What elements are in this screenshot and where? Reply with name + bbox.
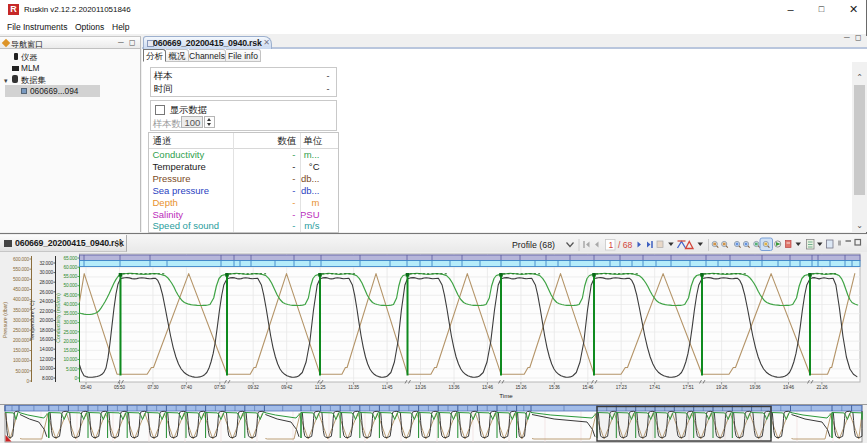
- svg-text:28.000: 28.000: [40, 280, 54, 285]
- svg-text:15:46: 15:46: [582, 385, 594, 390]
- svg-text:20.000: 20.000: [40, 318, 54, 323]
- svg-text:250.000: 250.000: [13, 328, 29, 333]
- svg-text:50.000: 50.000: [64, 283, 78, 288]
- svg-text:10.000: 10.000: [40, 366, 54, 371]
- svg-text:Pressure (dbar): Pressure (dbar): [2, 302, 8, 338]
- svg-text:24.000: 24.000: [40, 299, 54, 304]
- svg-text:150.000: 150.000: [13, 348, 29, 353]
- svg-text:11:35: 11:35: [348, 385, 359, 390]
- svg-text:55.000: 55.000: [64, 274, 78, 279]
- svg-text:15:36: 15:36: [549, 385, 561, 390]
- svg-text:05:50: 05:50: [114, 385, 126, 390]
- svg-text:550.000: 550.000: [13, 267, 29, 272]
- svg-text:18.000: 18.000: [40, 328, 54, 333]
- svg-text:Conductivity (mS/cm): Conductivity (mS/cm): [55, 293, 61, 343]
- svg-text:07:30: 07:30: [147, 385, 159, 390]
- svg-text:19:46: 19:46: [783, 385, 795, 390]
- svg-text:350.000: 350.000: [13, 308, 29, 313]
- svg-text:Time: Time: [499, 392, 513, 399]
- svg-text:13:46: 13:46: [482, 385, 494, 390]
- svg-text:8.000: 8.000: [42, 376, 54, 381]
- svg-text:65.000: 65.000: [64, 256, 78, 261]
- svg-text:17:51: 17:51: [683, 385, 695, 390]
- svg-text:17:23: 17:23: [616, 385, 628, 390]
- svg-text:13:36: 13:36: [449, 385, 461, 390]
- svg-text:15.000: 15.000: [64, 348, 78, 353]
- svg-text:14.000: 14.000: [40, 347, 54, 352]
- svg-text:19:36: 19:36: [750, 385, 762, 390]
- svg-text:11:25: 11:25: [315, 385, 326, 390]
- svg-text:25.000: 25.000: [64, 330, 78, 335]
- svg-text:09:32: 09:32: [248, 385, 260, 390]
- svg-text:100.000: 100.000: [13, 358, 29, 363]
- svg-text:32.000: 32.000: [40, 261, 54, 266]
- svg-text:22.000: 22.000: [40, 309, 54, 314]
- svg-text:17:41: 17:41: [649, 385, 661, 390]
- svg-text:15:26: 15:26: [515, 385, 527, 390]
- svg-text:13:26: 13:26: [415, 385, 427, 390]
- svg-text:450.000: 450.000: [13, 287, 29, 292]
- svg-text:40.000: 40.000: [64, 302, 78, 307]
- svg-text:26.000: 26.000: [40, 290, 54, 295]
- svg-text:45.000: 45.000: [64, 293, 78, 298]
- svg-text:5.000: 5.000: [66, 367, 78, 372]
- svg-text:35.000: 35.000: [64, 311, 78, 316]
- svg-text:11:45: 11:45: [382, 385, 393, 390]
- svg-text:600.000: 600.000: [13, 257, 29, 262]
- svg-text:30.000: 30.000: [64, 320, 78, 325]
- svg-text:05:40: 05:40: [81, 385, 93, 390]
- svg-text:07:50: 07:50: [214, 385, 226, 390]
- svg-text:Profile (68): Profile (68): [512, 240, 555, 250]
- svg-text:20.000: 20.000: [64, 339, 78, 344]
- svg-text:300.000: 300.000: [13, 318, 29, 323]
- svg-text:21:26: 21:26: [816, 385, 828, 390]
- svg-text:Temperature (°C): Temperature (°C): [29, 300, 35, 340]
- svg-text:/ 68: / 68: [618, 240, 633, 250]
- svg-text:07:40: 07:40: [181, 385, 193, 390]
- svg-text:16.000: 16.000: [40, 337, 54, 342]
- svg-text:30.000: 30.000: [40, 270, 54, 275]
- svg-text:400.000: 400.000: [13, 297, 29, 302]
- svg-text:1: 1: [609, 240, 614, 250]
- svg-text:19:26: 19:26: [716, 385, 728, 390]
- svg-text:10.000: 10.000: [64, 357, 78, 362]
- svg-text:200.000: 200.000: [13, 338, 29, 343]
- svg-text:09:42: 09:42: [281, 385, 293, 390]
- svg-text:50.000: 50.000: [16, 369, 30, 374]
- svg-text:500.000: 500.000: [13, 277, 29, 282]
- svg-text:12.000: 12.000: [40, 357, 54, 362]
- svg-text:60.000: 60.000: [64, 265, 78, 270]
